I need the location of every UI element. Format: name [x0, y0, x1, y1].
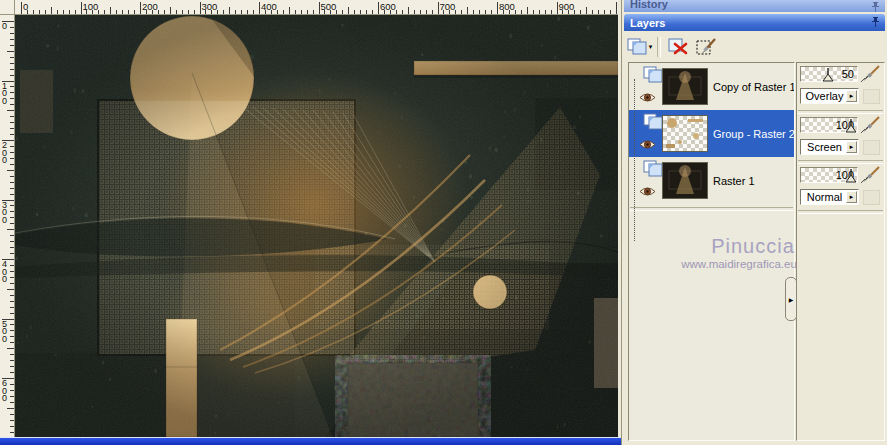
layer-controls-group-raster-2: 100Screen► — [797, 115, 884, 161]
layer-name-label: Group - Raster 2 — [713, 110, 795, 157]
layer-row-raster-1[interactable]: Raster 1 — [629, 157, 794, 204]
ruler-tick — [10, 39, 14, 40]
edit-selection-button[interactable] — [692, 35, 720, 59]
ruler-tick — [7, 289, 14, 290]
visibility-toggle[interactable] — [639, 89, 656, 107]
ruler-tick — [205, 10, 206, 14]
opacity-slider-handle-wrap[interactable] — [845, 119, 857, 132]
ruler-tick — [616, 2, 617, 14]
layer-pages-icon — [643, 160, 663, 177]
opacity-slider-handle[interactable] — [845, 119, 857, 133]
ruler-tick — [86, 10, 87, 14]
opacity-slider[interactable]: 50 — [800, 66, 858, 82]
ruler-label: 400 — [2, 261, 7, 284]
ruler-tick — [146, 10, 147, 14]
ruler-tick — [10, 384, 14, 385]
ruler-tick — [366, 10, 367, 14]
ruler-tick — [92, 10, 93, 14]
ruler-tick — [598, 10, 599, 14]
ruler-tick — [7, 170, 14, 171]
blend-mode-dropdown[interactable]: Screen► — [800, 139, 859, 155]
ruler-tick — [57, 10, 58, 14]
ruler-tick — [7, 229, 14, 230]
ruler-label: 300 — [202, 1, 218, 12]
ruler-tick — [10, 223, 14, 224]
opacity-slider-handle[interactable] — [822, 68, 834, 82]
layer-name-label: Raster 1 — [713, 157, 755, 204]
brush-indicator-icon — [860, 115, 881, 135]
toolbar-separator — [657, 37, 661, 57]
opacity-slider-handle-wrap[interactable] — [845, 169, 857, 182]
ruler-tick — [170, 7, 171, 14]
ruler-label: 0 — [2, 23, 7, 31]
ruler-tick — [10, 188, 14, 189]
ruler-tick — [10, 402, 14, 403]
ruler-tick — [7, 408, 14, 409]
ruler-tick — [10, 146, 14, 147]
ruler-tick — [592, 10, 593, 14]
ruler-tick — [580, 10, 581, 14]
ruler-tick — [551, 10, 552, 14]
ruler-tick — [10, 63, 14, 64]
opacity-slider[interactable]: 100 — [800, 117, 858, 133]
ruler-tick — [10, 414, 14, 415]
visibility-toggle[interactable] — [639, 183, 656, 201]
opacity-slider-handle-wrap[interactable] — [822, 68, 834, 81]
ruler-tick — [128, 10, 129, 14]
ruler-label: 500 — [2, 321, 7, 344]
layer-thumbnail — [662, 115, 708, 152]
ruler-tick — [438, 2, 439, 14]
ruler-tick — [10, 194, 14, 195]
ruler-tick — [164, 10, 165, 14]
ruler-tick — [479, 10, 480, 14]
layers-panel-titlebar[interactable]: Layers — [624, 14, 885, 31]
ruler-tick — [360, 10, 361, 14]
ruler-tick — [330, 10, 331, 14]
ruler-tick — [10, 158, 14, 159]
ruler-top[interactable]: 0100200300400500600700800900 — [15, 0, 621, 15]
ruler-tick — [81, 2, 82, 14]
ruler-tick — [10, 27, 14, 28]
ruler-label: 200 — [142, 1, 158, 12]
ruler-tick — [610, 10, 611, 14]
blend-mode-dropdown[interactable]: Overlay► — [800, 88, 859, 104]
blend-mode-value: Overlay — [806, 90, 844, 102]
ruler-tick — [10, 426, 14, 427]
opacity-slider-handle[interactable] — [845, 169, 857, 183]
ruler-tick — [51, 7, 52, 14]
palette-splitter-handle[interactable]: ▶ — [785, 277, 797, 321]
ruler-tick — [10, 372, 14, 373]
ruler-left[interactable]: 0100200300400500600 — [0, 15, 15, 437]
ruler-tick — [10, 283, 14, 284]
blend-dropdown-arrow-icon: ► — [846, 191, 857, 203]
link-toggle-button — [863, 190, 880, 205]
ruler-tick — [562, 10, 563, 14]
layer-row-group-raster-2[interactable]: Group - Raster 2 — [629, 110, 794, 157]
blend-mode-dropdown[interactable]: Normal► — [800, 189, 859, 205]
layer-controls-raster-1: 100Normal► — [797, 165, 884, 211]
ruler-label: 200 — [2, 142, 7, 165]
visibility-toggle[interactable] — [639, 136, 656, 154]
delete-layer-button[interactable] — [664, 35, 692, 59]
ruler-tick — [574, 10, 575, 14]
history-panel-titlebar[interactable]: History — [624, 0, 885, 12]
ruler-tick — [10, 247, 14, 248]
ruler-label: 100 — [83, 1, 99, 12]
ruler-tick — [10, 104, 14, 105]
pushpin-icon[interactable] — [871, 17, 880, 28]
ruler-tick — [277, 10, 278, 14]
opacity-slider[interactable]: 100 — [800, 167, 858, 183]
canvas-artwork[interactable] — [15, 15, 618, 437]
layer-pages-icon-wrap — [643, 160, 663, 181]
layer-row-copy-of-raster-1[interactable]: Copy of Raster 1 — [629, 63, 794, 110]
ruler-tick — [301, 10, 302, 14]
ruler-tick — [354, 10, 355, 14]
new-layer-button[interactable]: ▼ — [626, 35, 654, 59]
pushpin-icon[interactable] — [871, 2, 880, 13]
ruler-tick — [420, 10, 421, 14]
ruler-tick — [116, 10, 117, 14]
ruler-label: 100 — [2, 83, 7, 106]
watermark-url: www.maidiregrafica.eu — [674, 258, 804, 270]
ruler-tick — [140, 2, 141, 14]
ruler-tick — [10, 277, 14, 278]
